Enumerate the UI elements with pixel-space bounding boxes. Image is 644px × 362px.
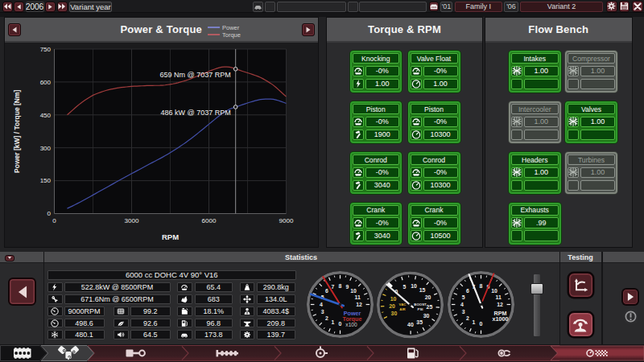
- svg-text:7: 7: [332, 284, 335, 290]
- svg-text:AIR: AIR: [399, 307, 406, 311]
- svg-text:10: 10: [390, 296, 397, 302]
- svg-text:30: 30: [423, 313, 430, 319]
- svg-text:2: 2: [466, 315, 469, 321]
- svg-text:4: 4: [460, 302, 464, 307]
- svg-text:10: 10: [350, 288, 357, 294]
- svg-text:6: 6: [466, 288, 469, 294]
- svg-text:11: 11: [496, 294, 502, 300]
- svg-text:5: 5: [462, 294, 465, 300]
- svg-text:12: 12: [356, 302, 362, 307]
- svg-text:3: 3: [321, 309, 324, 315]
- svg-text:0: 0: [339, 321, 342, 327]
- svg-text:2: 2: [325, 315, 328, 321]
- svg-text:10: 10: [491, 288, 497, 294]
- svg-text:40: 40: [407, 322, 414, 327]
- svg-text:35: 35: [416, 319, 423, 325]
- svg-text:x100: x100: [345, 322, 357, 327]
- svg-text:0: 0: [480, 321, 483, 327]
- svg-text:20: 20: [389, 303, 395, 309]
- svg-text:12: 12: [497, 302, 503, 307]
- svg-text:x1000: x1000: [493, 315, 509, 323]
- svg-text:8: 8: [339, 283, 342, 289]
- svg-text:6: 6: [325, 288, 328, 294]
- svg-text:1: 1: [332, 319, 335, 325]
- svg-text:3: 3: [462, 309, 465, 315]
- svg-text:4: 4: [320, 302, 323, 307]
- svg-text:9: 9: [346, 284, 349, 290]
- svg-text:5: 5: [403, 284, 407, 290]
- svg-text:11: 11: [355, 294, 361, 300]
- svg-text:20: 20: [425, 294, 431, 300]
- svg-text:10: 10: [411, 283, 417, 289]
- svg-text:1: 1: [473, 319, 476, 325]
- svg-text:15: 15: [419, 287, 426, 293]
- svg-text:PSI: PSI: [418, 307, 423, 311]
- svg-text:8: 8: [480, 283, 483, 289]
- svg-text:30: 30: [391, 311, 398, 316]
- svg-text:25: 25: [427, 304, 433, 310]
